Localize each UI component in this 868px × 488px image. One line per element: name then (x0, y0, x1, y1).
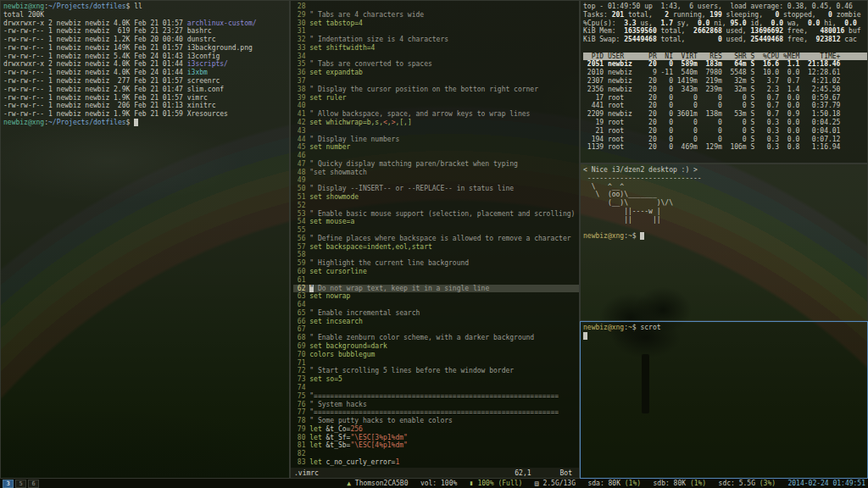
terminal-line: 59 " Highlight the current line backgrou… (293, 259, 579, 268)
terminal-line: 74 (293, 384, 579, 392)
terminal-line: \ (oo)\_______ (583, 191, 867, 199)
terminal-line: 2051 newbiz 20 0 589m 183m 64m S 16.6 1.… (583, 60, 867, 69)
terminal-line: -rw-rw-r-- 1 newbiz newbiz 1.2K Feb 20 0… (3, 36, 289, 44)
terminal-line: 32 " Indentation size is 4 characters (293, 36, 579, 44)
terminal-line: 21 root 20 0 0 0 0 S 0.3 0.0 0:04.01 (583, 127, 867, 136)
terminal-line: 36 set expandtab (293, 69, 579, 77)
status-bar: 356 ▲ Thomson2CA5B0 vol: 100% ▮ 100% (Fu… (0, 479, 868, 488)
terminal-line: 2209 newbiz 20 0 3601m 138m 53m S 0.7 0.… (583, 110, 867, 119)
terminal-line: 78 " Some putty hacks to enable colors (293, 417, 579, 425)
terminal-line: 41 " Allow backspace, space, and arrow k… (293, 110, 579, 119)
terminal-line: 17 root 20 0 0 0 0 S 0.7 0.0 0:59.67 (583, 94, 867, 103)
terminal-line: KiB Swap: 25449468 total, 0 used, 254494… (583, 36, 867, 44)
terminal-line (583, 44, 867, 53)
terminal-line: 1139 root 20 0 469m 129m 106m S 0.3 0.8 … (583, 143, 867, 152)
terminal-line: Tasks: 201 total, 2 running, 199 sleepin… (583, 11, 867, 19)
terminal-line: 30 set tabstop=4 (293, 19, 579, 28)
terminal-line: 61 (293, 276, 579, 285)
terminal-line (583, 224, 867, 232)
terminal-line: 31 (293, 27, 579, 36)
terminal-line: 49 (293, 176, 579, 185)
terminal-line: 47 " Quicky display matching paren/brack… (293, 160, 579, 169)
terminal-top-monitor[interactable]: top - 01:49:50 up 1:43, 6 users, load av… (580, 0, 868, 164)
terminal-line: 60 set cursorline (293, 268, 579, 276)
terminal-line: drwxrwxr-x 2 newbiz newbiz 4.0K Feb 21 0… (3, 60, 289, 69)
i3-desktop: newbiz@xng:~/Projects/dotfiles$ lltotal … (0, 0, 868, 488)
terminal-line: 50 " Display --INSERT-- or --REPLACE-- i… (293, 185, 579, 193)
workspace-button-6[interactable]: 6 (28, 480, 39, 488)
terminal-line: -rw-rw-r-- 1 newbiz newbiz 149K Feb 21 0… (3, 44, 289, 53)
vim-cursor-position: 62,1 (515, 469, 531, 477)
terminal-line: 29 " Tabs are 4 characters wide (293, 11, 579, 19)
terminal-line: 66 set incsearch (293, 318, 579, 326)
terminal-line: 71 (293, 359, 579, 368)
workspace-switcher: 356 (3, 479, 41, 488)
terminal-line (583, 332, 867, 341)
vim-buffer[interactable]: 28 29 " Tabs are 4 characters wide 30 se… (291, 1, 579, 468)
terminal-cowsay[interactable]: < Nice i3/dzen2 desktop :) > -----------… (580, 164, 868, 321)
terminal-line: ▲ Thomson2CA5B0 vol: 100% ▮ 100% (Full) … (347, 480, 865, 487)
terminal-line: 46 (293, 152, 579, 160)
terminal-line: 68 " Enable zenburn color scheme, with a… (293, 334, 579, 342)
terminal-line: top - 01:49:50 up 1:43, 6 users, load av… (583, 3, 867, 11)
terminal-line: 77 "====================================… (293, 408, 579, 417)
terminal-line: 76 " System hacks (293, 401, 579, 409)
terminal-line: -rw-rw-r-- 1 newbiz newbiz 1.9K Feb 21 0… (3, 94, 289, 103)
terminal-line: 58 (293, 251, 579, 259)
terminal-line: %Cpu(s): 3.3 us, 1.7 sy, 0.0 ni, 95.0 id… (583, 19, 867, 28)
terminal-dotfiles-listing[interactable]: newbiz@xng:~/Projects/dotfiles$ lltotal … (0, 0, 290, 479)
terminal-line: 34 (293, 53, 579, 61)
terminal-line: 33 set shiftwidth=4 (293, 44, 579, 53)
terminal-line: newbiz@xng:~/Projects/dotfiles$ (3, 119, 289, 127)
terminal-line: KiB Mem: 16359560 total, 2662868 used, 1… (583, 27, 867, 36)
terminal-line: 80 let &t_Sf="\ESC[3%p1%dm" (293, 434, 579, 442)
terminal-line: newbiz@xng:~$ scrot (583, 324, 867, 332)
terminal-line: 194 root 20 0 0 0 0 S 0.3 0.0 0:07.12 (583, 136, 867, 144)
terminal-line: 2356 newbiz 20 0 343m 239m 32m S 2.3 1.4… (583, 86, 867, 94)
terminal-line: 52 (293, 202, 579, 210)
terminal-line: ---------------------------- (583, 175, 867, 183)
terminal-line: 83 let c_no_curly_error=1 (293, 458, 579, 467)
terminal-line: 54 set mouse=a (293, 218, 579, 226)
terminal-line: -rw-rw-r-- 1 newbiz newbiz 2.9K Feb 21 0… (3, 86, 289, 94)
terminal-line: 28 (293, 3, 579, 11)
cowsay-output: < Nice i3/dzen2 desktop :) > -----------… (581, 164, 867, 321)
terminal-line: 55 (293, 226, 579, 235)
terminal-line: -rw-rw-r-- 1 newbiz newbiz 1.9K Feb 21 0… (3, 110, 289, 119)
terminal-output: newbiz@xng:~/Projects/dotfiles$ lltotal … (1, 1, 289, 479)
terminal-line: 75 "====================================… (293, 392, 579, 401)
terminal-line: drwxrwxr-x 2 newbiz newbiz 4.0K Feb 21 0… (3, 19, 289, 28)
vim-editor-window[interactable]: 28 29 " Tabs are 4 characters wide 30 se… (290, 0, 580, 479)
top-output: top - 01:49:50 up 1:43, 6 users, load av… (581, 1, 867, 164)
terminal-line: 53 " Enable basic mouse support (selecti… (293, 210, 579, 219)
terminal-line: -rw-rw-r-- 1 newbiz newbiz 206 Feb 21 01… (3, 102, 289, 110)
terminal-line: 38 " Display the cursor position on the … (293, 86, 579, 94)
terminal-line: 35 " Tabs are converted to spaces (293, 60, 579, 69)
terminal-line: 37 (293, 77, 579, 86)
terminal-line: (__)\ )\/\ (583, 199, 867, 208)
terminal-line: 2010 newbiz 9 -11 540m 7980 5548 S 10.0 … (583, 69, 867, 77)
terminal-line: 72 " Start scrolling 5 lines before the … (293, 367, 579, 375)
terminal-line: 42 set whichwrap=b,s,<,>,[,] (293, 119, 579, 127)
terminal-line: 19 root 20 0 0 0 0 S 0.3 0.0 0:04.25 (583, 119, 867, 127)
terminal-line: ||----w | (583, 208, 867, 216)
terminal-line: 63 set nowrap (293, 292, 579, 301)
vim-statusline: .vimrc 62,1 Bot (291, 468, 579, 478)
terminal-line: 73 set so=5 (293, 375, 579, 384)
terminal-line: 441 root 20 0 0 0 0 S 0.7 0.0 0:37.79 (583, 102, 867, 110)
workspace-button-3[interactable]: 3 (3, 480, 14, 488)
scrot-output: newbiz@xng:~$ scrot (581, 322, 867, 479)
system-status-segments: ▲ Thomson2CA5B0 vol: 100% ▮ 100% (Full) … (347, 480, 865, 487)
vim-scroll-indicator: Bot (560, 469, 572, 477)
terminal-line: < Nice i3/dzen2 desktop :) > (583, 166, 867, 175)
terminal-line: -rw-rw-r-- 1 newbiz newbiz 4.0K Feb 24 0… (3, 69, 289, 77)
terminal-line: 45 set number (293, 143, 579, 152)
vim-filename: .vimrc (294, 469, 319, 477)
terminal-line: 51 set showmode (293, 193, 579, 202)
terminal-line: newbiz@xng:~/Projects/dotfiles$ ll (3, 3, 289, 11)
terminal-scrot-focused[interactable]: newbiz@xng:~$ scrot (580, 321, 868, 479)
terminal-line: 2307 newbiz 20 0 1419m 219m 32m S 3.7 0.… (583, 77, 867, 86)
terminal-line: 65 " Enable incremental search (293, 309, 579, 318)
terminal-line: 67 (293, 325, 579, 334)
workspace-button-5[interactable]: 5 (15, 480, 26, 488)
